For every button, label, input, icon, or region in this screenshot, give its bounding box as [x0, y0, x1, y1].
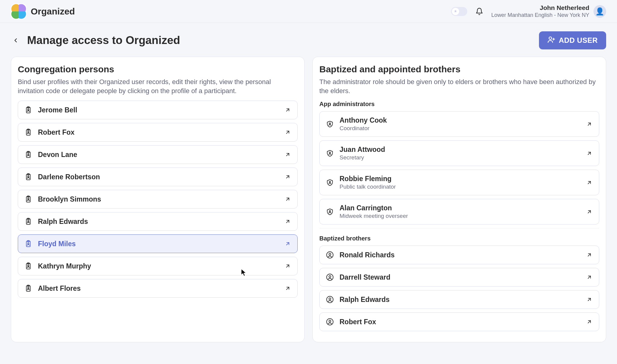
content: Congregation persons Bind user profiles … — [0, 57, 617, 353]
person-row-darrell-steward[interactable]: Darrell Steward — [319, 268, 599, 287]
assignment-icon — [24, 128, 33, 136]
open-arrow-icon — [586, 179, 593, 186]
admin-shield-icon — [326, 120, 334, 128]
svg-line-14 — [287, 153, 289, 156]
assignment-icon — [24, 173, 33, 181]
svg-point-37 — [28, 287, 29, 289]
assignment-icon — [24, 217, 33, 226]
person-row-albert-flores[interactable]: Albert Flores — [18, 279, 298, 298]
topbar: Organized ☀ John Netherleed Lower Manhat… — [0, 0, 617, 23]
svg-point-39 — [329, 123, 330, 124]
person-name: Devon Lane — [38, 151, 279, 159]
group-baptized-brothers: Baptized brothersRonald RichardsDarrell … — [319, 228, 599, 331]
person-name: Robert Fox — [38, 128, 279, 136]
person-name: Robbie Fleming — [340, 175, 580, 183]
svg-point-21 — [28, 198, 29, 199]
person-row-floyd-miles[interactable]: Floyd Miles — [18, 234, 298, 253]
person-row-ronald-richards[interactable]: Ronald Richards — [319, 246, 599, 264]
person-row-alan-carrington[interactable]: Alan CarringtonMidweek meeting overseer — [319, 199, 599, 224]
person-name: Darlene Robertson — [38, 173, 279, 181]
user-congregation: Lower Manhattan English - New York NY — [491, 12, 589, 18]
open-arrow-icon — [586, 251, 593, 259]
svg-line-46 — [588, 211, 590, 213]
group-label: App administrators — [319, 101, 599, 108]
svg-point-45 — [329, 211, 330, 212]
open-arrow-icon — [284, 262, 291, 270]
svg-line-49 — [588, 254, 590, 256]
panel-description: Bind user profiles with their Organized … — [18, 77, 298, 95]
person-role: Public talk coordinator — [340, 184, 580, 190]
person-row-robbie-fleming[interactable]: Robbie FlemingPublic talk coordinator — [319, 170, 599, 195]
svg-point-57 — [329, 320, 331, 322]
svg-point-53 — [327, 297, 333, 303]
person-role: Midweek meeting overseer — [340, 213, 580, 219]
person-row-juan-attwood[interactable]: Juan AttwoodSecretary — [319, 140, 599, 166]
person-row-jerome-bell[interactable]: Jerome Bell — [18, 101, 298, 119]
admin-shield-icon — [326, 208, 334, 216]
add-user-label: ADD USER — [559, 36, 598, 45]
svg-point-33 — [28, 265, 29, 266]
person-role: Secretary — [340, 154, 580, 161]
person-row-brooklyn-simmons[interactable]: Brooklyn Simmons — [18, 190, 298, 209]
svg-line-10 — [287, 131, 289, 133]
svg-point-5 — [28, 109, 29, 110]
user-circle-icon — [326, 251, 334, 259]
assignment-icon — [24, 284, 33, 293]
svg-point-0 — [549, 37, 552, 39]
open-arrow-icon — [586, 318, 593, 325]
open-arrow-icon — [586, 274, 593, 281]
group-label: Baptized brothers — [319, 235, 599, 242]
open-arrow-icon — [284, 285, 291, 292]
person-name: Ronald Richards — [340, 251, 580, 259]
back-button[interactable] — [11, 36, 20, 45]
person-row-darlene-robertson[interactable]: Darlene Robertson — [18, 168, 298, 186]
person-row-ralph-edwards[interactable]: Ralph Edwards — [18, 212, 298, 231]
person-row-ralph-edwards[interactable]: Ralph Edwards — [319, 290, 599, 309]
admin-shield-icon — [326, 178, 334, 187]
person-name: Brooklyn Simmons — [38, 195, 279, 203]
assignment-icon — [24, 195, 33, 203]
baptized-brothers-panel: Baptized and appointed brothers The admi… — [312, 57, 606, 342]
svg-line-42 — [588, 152, 590, 155]
svg-line-58 — [588, 321, 590, 323]
assignment-icon — [24, 150, 33, 159]
person-role: Coordinator — [340, 125, 580, 132]
group-app-administrators: App administratorsAnthony CookCoordinato… — [319, 101, 599, 224]
open-arrow-icon — [284, 151, 291, 158]
person-name: Robert Fox — [340, 318, 580, 326]
avatar: 👤 — [594, 5, 606, 18]
add-user-button[interactable]: ADD USER — [539, 31, 606, 49]
open-arrow-icon — [586, 121, 593, 128]
user-circle-icon — [326, 295, 334, 304]
panel-title: Congregation persons — [18, 64, 298, 74]
svg-line-55 — [588, 298, 590, 301]
open-arrow-icon — [284, 173, 291, 180]
open-arrow-icon — [586, 208, 593, 215]
person-row-devon-lane[interactable]: Devon Lane — [18, 145, 298, 164]
person-row-robert-fox[interactable]: Robert Fox — [319, 312, 599, 331]
person-row-anthony-cook[interactable]: Anthony CookCoordinator — [319, 111, 599, 137]
svg-point-47 — [327, 252, 333, 259]
open-arrow-icon — [284, 240, 291, 247]
person-name: Alan Carrington — [340, 204, 580, 212]
person-row-kathryn-murphy[interactable]: Kathryn Murphy — [18, 257, 298, 275]
person-name: Jerome Bell — [38, 106, 279, 114]
add-user-icon — [547, 36, 555, 45]
svg-point-48 — [329, 253, 331, 256]
person-row-robert-fox[interactable]: Robert Fox — [18, 123, 298, 142]
page-header: Manage access to Organized ADD USER — [0, 23, 617, 57]
panel-title: Baptized and appointed brothers — [319, 64, 599, 74]
svg-line-18 — [287, 176, 289, 178]
open-arrow-icon — [284, 218, 291, 225]
theme-toggle[interactable]: ☀ — [451, 7, 467, 16]
svg-point-41 — [329, 152, 330, 153]
svg-line-26 — [287, 220, 289, 223]
person-name: Ralph Edwards — [38, 218, 279, 226]
current-user[interactable]: John Netherleed Lower Manhattan English … — [491, 4, 606, 18]
notifications-button[interactable] — [474, 7, 484, 16]
svg-line-38 — [287, 287, 289, 290]
person-name: Juan Attwood — [340, 146, 580, 154]
open-arrow-icon — [284, 106, 291, 114]
open-arrow-icon — [284, 129, 291, 136]
user-circle-icon — [326, 273, 334, 281]
